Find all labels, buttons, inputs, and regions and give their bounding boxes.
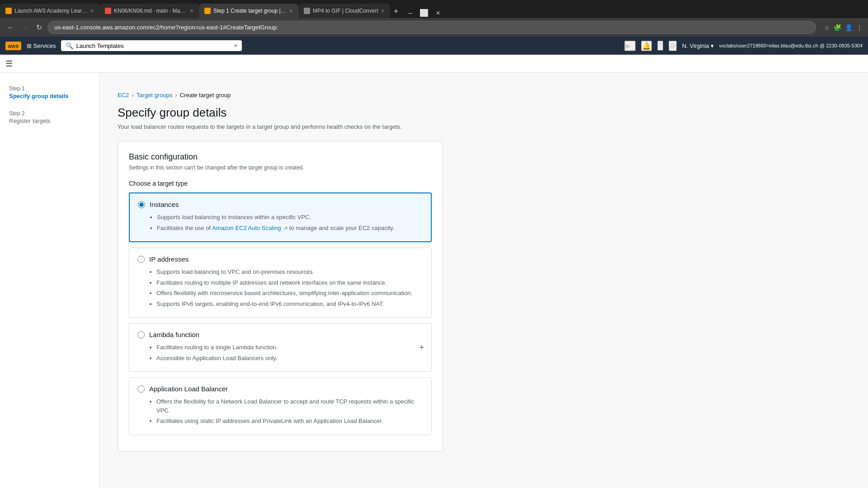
breadcrumb-ec2[interactable]: EC2 [118, 92, 129, 99]
aws-header-right: ▶_ 🔔 ? ⚙ N. Virginia ▾ voclabs/user27186… [624, 41, 863, 51]
reload-button[interactable]: ↻ [34, 21, 44, 33]
region-selector[interactable]: N. Virginia ▾ [682, 42, 714, 49]
sidebar-step-1: Step 1 Specify group details [0, 82, 99, 103]
auto-scaling-link[interactable]: Amazon EC2 Auto Scaling ↗ [212, 225, 288, 231]
bookmark-icon[interactable]: ☆ [824, 24, 830, 31]
sidebar: Step 1 Specify group details Step 2 Regi… [0, 73, 99, 488]
tab4-close[interactable]: × [381, 7, 385, 14]
alb-bullet-2: Facilitates using static IP addresses an… [156, 417, 423, 426]
page-title: Specify group details [118, 106, 850, 120]
browser-tab-2[interactable]: KN06/KN06.md · main · Marcel... × [99, 4, 199, 18]
maximize-button[interactable]: ⬜ [417, 8, 431, 18]
back-button[interactable]: ← [5, 22, 16, 33]
instances-label: Instances [150, 201, 179, 208]
lambda-bullet-1: Facilitates routing to a single Lambda f… [156, 343, 423, 352]
tab3-favicon [204, 8, 211, 14]
lambda-header: Lambda function [137, 331, 423, 338]
instances-bullet-2: Facilitates the use of Amazon EC2 Auto S… [157, 224, 423, 233]
services-button[interactable]: ⊞ Services [27, 42, 56, 49]
region-text: N. Virginia [682, 42, 709, 49]
main-layout: Step 1 Specify group details Step 2 Regi… [0, 73, 868, 488]
address-icons: ☆ 🧩 👤 ⋮ [824, 24, 863, 31]
tab3-close[interactable]: × [289, 7, 293, 14]
profile-icon[interactable]: 👤 [845, 24, 853, 31]
breadcrumb: EC2 › Target groups › Create target grou… [118, 86, 850, 106]
search-clear-button[interactable]: × [234, 42, 237, 49]
minimize-button[interactable]: – [406, 8, 415, 18]
instances-header: Instances [138, 201, 423, 208]
instances-radio[interactable] [138, 201, 145, 208]
new-tab-button[interactable]: + [390, 5, 402, 18]
grid-icon: ⊞ [27, 42, 32, 49]
tab2-favicon [105, 8, 111, 14]
menu-icon[interactable]: ⋮ [856, 24, 863, 31]
ip-addresses-radio[interactable] [137, 256, 145, 263]
basic-config-card: Basic configuration Settings in this sec… [118, 141, 443, 452]
browser-tab-4[interactable]: MP4 to GIF | CloudConvert × [298, 4, 390, 18]
card-title: Basic configuration [129, 152, 432, 162]
extensions-icon[interactable]: 🧩 [834, 24, 841, 31]
lambda-function-option[interactable]: Lambda function + Facilitates routing to… [129, 323, 432, 372]
cloudshell-icon[interactable]: ▶_ [624, 41, 636, 51]
tab1-title: Launch AWS Academy Learner ... [14, 8, 88, 14]
hamburger-menu[interactable]: ☰ [5, 59, 13, 69]
tab2-close[interactable]: × [190, 7, 193, 14]
ip-bullet-4: Supports IPv6 targets, enabling end-to-e… [156, 300, 423, 309]
tab1-favicon [5, 8, 12, 14]
step2-link: Register targets [9, 117, 90, 124]
card-subtitle: Settings in this section can't be change… [129, 164, 432, 171]
tab4-title: MP4 to GIF | CloudConvert [313, 8, 378, 14]
search-input[interactable] [76, 42, 231, 49]
ip-addresses-header: IP addresses [137, 255, 423, 263]
lambda-bullets: Facilitates routing to a single Lambda f… [137, 343, 423, 362]
sidebar-step-2: Step 2 Register targets [0, 107, 99, 128]
alb-bullet-1: Offers the flexibility for a Network Loa… [156, 397, 423, 415]
breadcrumb-current: Create target group [179, 92, 231, 99]
breadcrumb-sep-1: › [132, 92, 133, 99]
ip-addresses-label: IP addresses [149, 255, 189, 263]
alb-header: Application Load Balancer [137, 385, 423, 393]
step1-link[interactable]: Specify group details [9, 93, 90, 99]
ip-bullet-2: Facilitates routing to multiple IP addre… [156, 278, 423, 287]
lambda-label: Lambda function [149, 331, 199, 338]
url-text: us-east-1.console.aws.amazon.com/ec2/hom… [54, 24, 809, 31]
browser-tab-1[interactable]: Launch AWS Academy Learner ... × [0, 4, 99, 18]
alb-label: Application Load Balancer [149, 385, 228, 393]
settings-icon[interactable]: ⚙ [669, 41, 677, 51]
instances-bullet-1: Supports load balancing to instances wit… [157, 213, 423, 222]
alb-radio[interactable] [137, 385, 145, 393]
search-icon: 🔍 [66, 42, 73, 49]
breadcrumb-target-groups[interactable]: Target groups [137, 92, 173, 99]
aws-logo-text: aws [5, 42, 21, 50]
aws-logo: aws [5, 42, 21, 50]
secondary-nav: ☰ [0, 55, 868, 73]
lambda-bullet-2: Accessible to Application Load Balancers… [156, 354, 423, 363]
ip-addresses-option[interactable]: IP addresses Supports load balancing to … [129, 248, 432, 318]
alb-option[interactable]: Application Load Balancer Offers the fle… [129, 377, 432, 435]
close-button[interactable]: × [433, 8, 443, 18]
step1-label: Step 1 [9, 85, 90, 92]
instances-bullets: Supports load balancing to instances wit… [138, 213, 423, 232]
ip-bullet-3: Offers flexibility with microservice bas… [156, 289, 423, 298]
forward-button[interactable]: → [20, 22, 31, 33]
lambda-plus-icon: + [419, 343, 424, 352]
tab2-title: KN06/KN06.md · main · Marcel... [114, 8, 187, 14]
tab4-favicon [304, 8, 310, 14]
url-bar[interactable]: us-east-1.console.aws.amazon.com/ec2/hom… [47, 21, 816, 34]
main-content: EC2 › Target groups › Create target grou… [99, 73, 868, 488]
browser-tab-3[interactable]: Step 1 Create target group | EC2 × [199, 4, 298, 18]
lambda-radio[interactable] [137, 331, 145, 338]
support-icon[interactable]: ? [657, 41, 663, 51]
account-info[interactable]: voclabs/user2718660=elias.blau@edu.tbz.c… [719, 43, 863, 48]
external-link-icon: ↗ [283, 225, 288, 231]
step2-label: Step 2 [9, 110, 90, 117]
notifications-icon[interactable]: 🔔 [641, 41, 652, 51]
tab1-close[interactable]: × [90, 7, 94, 14]
instances-option[interactable]: Instances Supports load balancing to ins… [129, 192, 432, 242]
alb-bullets: Offers the flexibility for a Network Loa… [137, 397, 423, 426]
address-bar: ← → ↻ us-east-1.console.aws.amazon.com/e… [0, 18, 868, 37]
aws-header: aws ⊞ Services 🔍 × ▶_ 🔔 ? ⚙ N. Virginia … [0, 37, 868, 55]
breadcrumb-sep-2: › [175, 92, 177, 99]
aws-search-bar[interactable]: 🔍 × [61, 40, 242, 51]
services-label: Services [33, 42, 56, 49]
